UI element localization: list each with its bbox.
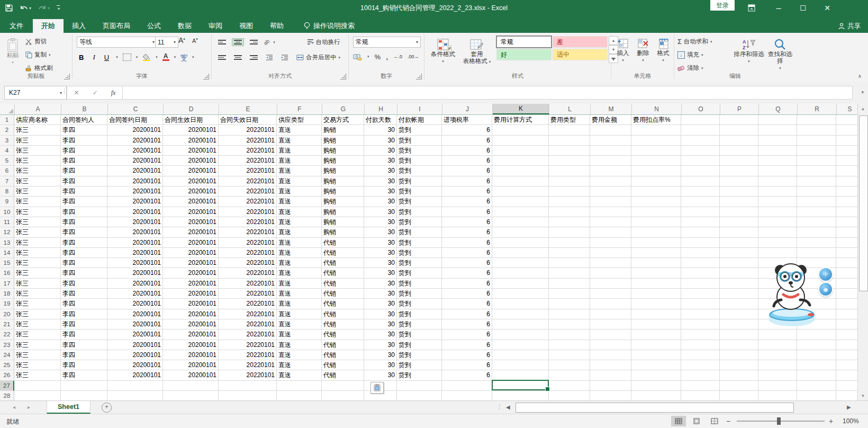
cell-J17[interactable]: 6	[442, 279, 492, 289]
cell-D23[interactable]: 20200101	[163, 340, 219, 350]
row-header-27[interactable]: 27	[0, 381, 14, 391]
cell-I28[interactable]	[397, 391, 442, 400]
cell-S4[interactable]	[836, 146, 857, 156]
cell-B16[interactable]: 李四	[61, 268, 107, 278]
cell-S26[interactable]	[836, 370, 857, 380]
share-button[interactable]: 共享	[838, 22, 861, 31]
column-header-E[interactable]: E	[219, 104, 277, 114]
cell-B8[interactable]: 李四	[61, 186, 107, 197]
cell-K14[interactable]	[492, 248, 549, 258]
cell-G24[interactable]: 代销	[322, 350, 364, 360]
cell-P11[interactable]	[720, 217, 758, 227]
cell-R22[interactable]	[797, 329, 836, 340]
align-top-icon[interactable]	[216, 38, 228, 47]
cell-I26[interactable]: 货到	[397, 370, 442, 380]
cell-F22[interactable]: 直送	[277, 329, 322, 340]
cell-B23[interactable]: 李四	[61, 340, 107, 350]
cell-J18[interactable]: 6	[442, 289, 492, 299]
cell-C11[interactable]: 20200101	[107, 217, 163, 227]
cell-E28[interactable]	[219, 391, 277, 400]
cell-R12[interactable]	[797, 227, 836, 237]
cell-L18[interactable]	[549, 289, 590, 299]
row-header-9[interactable]: 9	[0, 197, 14, 207]
cell-F21[interactable]: 直送	[277, 319, 322, 329]
cell-N15[interactable]	[631, 258, 681, 268]
cell-S2[interactable]	[836, 125, 857, 135]
cell-N20[interactable]	[631, 309, 681, 319]
cell-P7[interactable]	[720, 176, 758, 186]
cell-F24[interactable]: 直送	[277, 350, 322, 360]
cell-N4[interactable]	[631, 146, 681, 156]
paste-button[interactable]: 粘贴 ▾	[2, 35, 23, 66]
row-header-10[interactable]: 10	[0, 207, 14, 217]
cell-B4[interactable]: 李四	[61, 146, 107, 156]
cell-B7[interactable]: 李四	[61, 176, 107, 186]
cell-L8[interactable]	[549, 186, 590, 197]
cell-A24[interactable]: 张三	[14, 350, 61, 360]
cell-G8[interactable]: 购销	[322, 186, 364, 197]
decrease-decimal-button[interactable]: .00→	[408, 54, 419, 59]
cell-A1[interactable]: 供应商名称	[14, 115, 61, 125]
cell-Q2[interactable]	[758, 125, 797, 135]
cell-L12[interactable]	[549, 227, 590, 237]
cell-S23[interactable]	[836, 340, 857, 350]
orientation-dropdown-icon[interactable]: ▾	[273, 40, 275, 44]
cell-M12[interactable]	[590, 227, 631, 237]
cell-P28[interactable]	[720, 391, 758, 400]
cell-F13[interactable]: 直送	[277, 238, 322, 248]
cell-N1[interactable]: 费用扣点率%	[631, 115, 681, 125]
sheet-tab-sheet1[interactable]: Sheet1	[47, 401, 91, 414]
increase-indent-icon[interactable]	[279, 54, 291, 61]
cell-K17[interactable]	[492, 279, 549, 289]
cell-P23[interactable]	[720, 340, 758, 350]
cell-I25[interactable]: 货到	[397, 360, 442, 370]
ribbon-display-options-icon[interactable]	[744, 0, 760, 16]
cell-S7[interactable]	[836, 176, 857, 186]
cell-E26[interactable]: 20220101	[219, 370, 277, 380]
cell-G25[interactable]: 代销	[322, 360, 364, 370]
column-header-P[interactable]: P	[720, 104, 759, 114]
zoom-out-icon[interactable]: −	[726, 417, 730, 425]
row-header-11[interactable]: 11	[0, 217, 14, 227]
sheet-nav-left-icon[interactable]: ◂	[13, 404, 15, 410]
cell-Q7[interactable]	[758, 176, 797, 186]
cell-O8[interactable]	[681, 186, 720, 197]
floating-widget-button-1[interactable]: 中	[818, 267, 833, 282]
cell-F14[interactable]: 直送	[277, 248, 322, 258]
cell-G14[interactable]: 代销	[322, 248, 364, 258]
cell-C21[interactable]: 20200101	[107, 319, 163, 329]
cell-I19[interactable]: 货到	[397, 299, 442, 309]
cell-O2[interactable]	[681, 125, 720, 135]
cell-C12[interactable]: 20200101	[107, 227, 163, 237]
cell-N3[interactable]	[631, 136, 681, 146]
cell-H4[interactable]: 30	[364, 146, 397, 156]
row-header-15[interactable]: 15	[0, 258, 14, 268]
bold-button[interactable]: B	[77, 52, 86, 63]
cell-F25[interactable]: 直送	[277, 360, 322, 370]
cell-O18[interactable]	[681, 289, 720, 299]
page-break-view-button[interactable]	[707, 416, 722, 426]
cell-F19[interactable]: 直送	[277, 299, 322, 309]
cell-N27[interactable]	[631, 381, 681, 391]
cell-B15[interactable]: 李四	[61, 258, 107, 268]
cell-K26[interactable]	[492, 370, 549, 380]
cell-J8[interactable]: 6	[442, 186, 492, 197]
cell-D28[interactable]	[163, 391, 219, 400]
cell-H3[interactable]: 30	[364, 136, 397, 146]
cell-H18[interactable]: 30	[364, 289, 397, 299]
cell-S14[interactable]	[836, 248, 857, 258]
cell-I15[interactable]: 货到	[397, 258, 442, 268]
cell-C14[interactable]: 20200101	[107, 248, 163, 258]
cell-A16[interactable]: 张三	[14, 268, 61, 278]
cell-H19[interactable]: 30	[364, 299, 397, 309]
cell-G15[interactable]: 代销	[322, 258, 364, 268]
cell-F18[interactable]: 直送	[277, 289, 322, 299]
cell-D21[interactable]: 20200101	[163, 319, 219, 329]
cell-N10[interactable]	[631, 207, 681, 217]
cell-J1[interactable]: 进项税率	[442, 115, 492, 125]
number-format-select[interactable]: 常规▾	[353, 37, 421, 48]
merge-center-button[interactable]: 合并后居中 ▾	[296, 52, 340, 63]
column-header-O[interactable]: O	[682, 104, 720, 114]
cell-H21[interactable]: 30	[364, 319, 397, 329]
cell-C25[interactable]: 20200101	[107, 360, 163, 370]
